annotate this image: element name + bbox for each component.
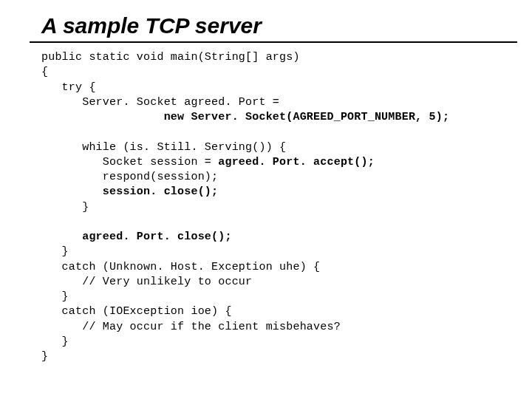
code-line: respond(session); (41, 171, 218, 183)
code-line: catch (IOException ioe) { (41, 305, 232, 318)
code-line (41, 111, 164, 123)
code-line: catch (Unknown. Host. Exception uhe) { (41, 261, 320, 273)
code-line: while (is. Still. Serving()) { (41, 141, 286, 154)
code-bold: session. close(); (41, 185, 218, 198)
code-line: } (41, 350, 48, 363)
code-line: } (41, 245, 69, 258)
code-line: public static void main(String[] args) (41, 51, 300, 64)
code-line: { (41, 66, 48, 78)
code-block: public static void main(String[] args) {… (41, 50, 502, 364)
code-line: } (41, 290, 69, 303)
code-line: Server. Socket agreed. Port = (41, 96, 279, 109)
code-line: Socket session = (41, 156, 218, 168)
code-line: // Very unlikely to occur (41, 276, 252, 288)
code-bold: new Server. Socket(AGREED_PORT_NUMBER, 5… (164, 111, 449, 123)
code-line: // May occur if the client misbehaves? (41, 321, 341, 333)
code-line: } (41, 335, 69, 348)
code-bold: agreed. Port. accept(); (218, 156, 375, 168)
slide-title: A sample TCP server (41, 13, 502, 38)
slide: A sample TCP server public static void m… (0, 0, 532, 399)
code-line: } (41, 201, 89, 214)
title-underline (30, 41, 517, 43)
code-bold: agreed. Port. close(); (41, 231, 232, 243)
code-line: try { (41, 81, 96, 94)
